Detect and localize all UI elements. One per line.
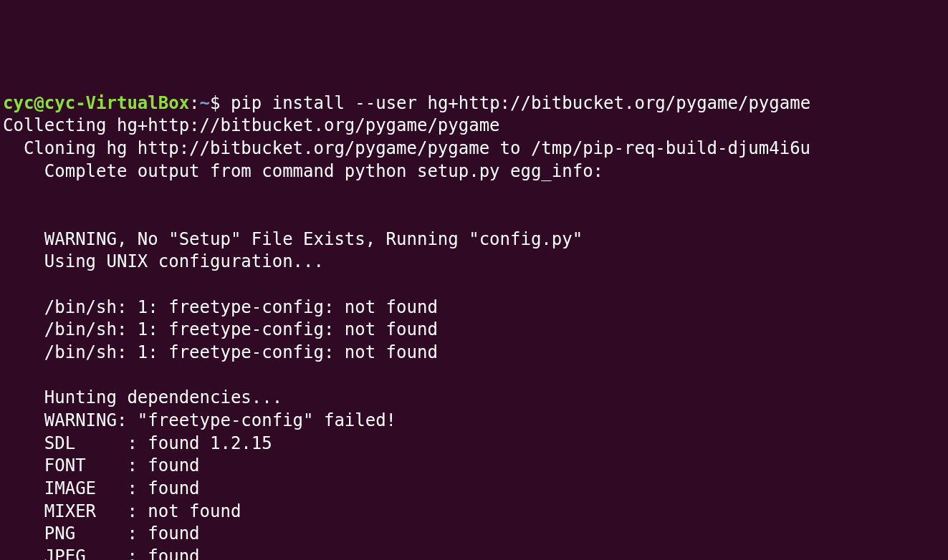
prompt-line: cyc@cyc-VirtualBox:~$ pip install --user… <box>3 93 810 113</box>
terminal-output[interactable]: cyc@cyc-VirtualBox:~$ pip install --user… <box>3 92 945 560</box>
output-line: Complete output from command python setu… <box>3 161 603 181</box>
output-line: /bin/sh: 1: freetype-config: not found <box>3 342 438 362</box>
output-line: MIXER : not found <box>3 501 241 521</box>
prompt-at: @ <box>34 93 44 113</box>
output-line: WARNING, No "Setup" File Exists, Running… <box>3 229 583 249</box>
prompt-path: ~ <box>200 93 210 113</box>
output-line: JPEG : found <box>3 546 200 560</box>
prompt-user: cyc <box>3 93 34 113</box>
output-line <box>3 274 44 294</box>
output-line: Hunting dependencies... <box>3 387 282 407</box>
output-line: WARNING: "freetype-config" failed! <box>3 410 396 430</box>
output-line: Collecting hg+http://bitbucket.org/pygam… <box>3 115 500 135</box>
output-line: Using UNIX configuration... <box>3 251 324 271</box>
output-line: /bin/sh: 1: freetype-config: not found <box>3 319 438 339</box>
output-line: /bin/sh: 1: freetype-config: not found <box>3 297 438 317</box>
prompt-colon: : <box>189 93 199 113</box>
output-line <box>3 365 44 385</box>
prompt-dollar: $ <box>210 93 231 113</box>
output-line: Cloning hg http://bitbucket.org/pygame/p… <box>3 138 810 158</box>
output-line: IMAGE : found <box>3 478 200 498</box>
prompt-host: cyc-VirtualBox <box>44 93 189 113</box>
output-line: PNG : found <box>3 523 200 544</box>
output-line: FONT : found <box>3 455 200 475</box>
output-line: SDL : found 1.2.15 <box>3 433 272 453</box>
command-text: pip install --user hg+http://bitbucket.o… <box>231 93 810 113</box>
output-line <box>3 206 44 226</box>
output-line <box>3 183 44 203</box>
